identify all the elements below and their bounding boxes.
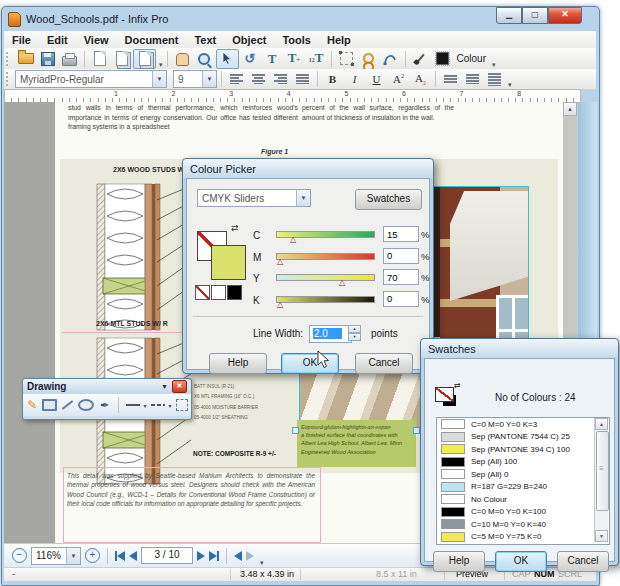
facing-pages-button[interactable]	[111, 50, 132, 68]
colour-swatch-button[interactable]	[432, 50, 453, 68]
swatch-row[interactable]: C=10 M=0 Y=0 K=40	[437, 518, 609, 531]
ellipse-tool-button[interactable]	[78, 396, 94, 414]
font-size-select[interactable]: 9 ▼	[173, 70, 217, 88]
open-button[interactable]	[15, 50, 36, 68]
line-width-input[interactable]: 2.0	[309, 325, 352, 343]
toolbar-overflow[interactable]: ▾	[508, 81, 512, 89]
chevron-down-icon[interactable]: ▼	[161, 383, 168, 390]
rectangle-tool-button[interactable]	[42, 396, 57, 414]
y-value-input[interactable]	[383, 269, 419, 285]
selection-handle-right[interactable]	[413, 427, 420, 434]
subscript-button[interactable]: A2	[410, 70, 431, 88]
swatch-row[interactable]: R=187 G=229 B=240	[437, 481, 609, 494]
green-caption[interactable]: Exposed glulam highlights an expana fini…	[297, 420, 416, 467]
swatch-row[interactable]: Sep (All) 0	[437, 468, 609, 481]
line-spacing-3-button[interactable]	[484, 70, 505, 88]
font-name-select[interactable]: MyriadPro-Regular ▼	[15, 70, 167, 88]
swatches-cancel-button[interactable]: Cancel	[557, 551, 609, 572]
continuous-pages-button[interactable]	[133, 49, 156, 69]
transform-button[interactable]	[336, 50, 357, 68]
chevron-down-icon[interactable]: ▼	[202, 71, 216, 87]
m-slider[interactable]: △	[276, 253, 375, 260]
line-spacing-2-button[interactable]	[462, 70, 483, 88]
select-tool-button[interactable]	[216, 49, 239, 69]
title-bar[interactable]: Wood_Schools.pdf - Infix Pro ▁ ▢ ✕	[4, 8, 596, 30]
zoom-tool-button[interactable]	[194, 50, 215, 68]
swatch-list-scrollbar[interactable]: ▲ ▼	[594, 418, 608, 542]
zoom-out-button[interactable]: −	[12, 548, 27, 563]
print-button[interactable]	[59, 50, 80, 68]
chevron-down-icon[interactable]: ▼	[296, 190, 310, 206]
dash-style-button[interactable]	[151, 396, 165, 414]
swatch-row[interactable]: Sep (PANTONE 394 C) 100	[437, 443, 609, 456]
swatch-row[interactable]: C=0 M=0 Y=0 K=100	[437, 506, 609, 519]
menu-help[interactable]: Help	[319, 33, 359, 47]
drawing-toolbar-title-bar[interactable]: Drawing ▼ ✕	[23, 379, 191, 394]
text-tool-button[interactable]: T	[262, 50, 283, 68]
slider-thumb[interactable]: △	[290, 236, 296, 244]
line-spacing-1-button[interactable]	[440, 70, 461, 88]
page-mode-dropdown[interactable]: ▾	[159, 61, 163, 69]
ruler[interactable]: 12345678	[4, 89, 581, 103]
swatches-open-button[interactable]: Swatches	[355, 189, 422, 210]
slider-thumb[interactable]: △	[277, 301, 283, 309]
previous-page-button[interactable]	[129, 551, 137, 561]
hand-tool-button[interactable]	[172, 50, 193, 68]
drawing-toolbar[interactable]: Drawing ▼ ✕ ✎ ✒ ▾ ▾	[22, 378, 192, 420]
menu-object[interactable]: Object	[224, 33, 274, 47]
swatch-row[interactable]: Sep (PANTONE 7544 C) 25	[437, 431, 609, 444]
eyedropper-button[interactable]	[410, 50, 431, 68]
first-page-button[interactable]	[115, 551, 125, 561]
colour-picker-dialog[interactable]: Colour Picker CMYK Sliders ▼ Swatches ⇄ …	[182, 158, 434, 374]
rotate-tool-button[interactable]: ↺	[240, 50, 261, 68]
picker-cancel-button[interactable]: Cancel	[355, 353, 413, 374]
drawing-close-button[interactable]: ✕	[172, 380, 187, 393]
add-text-button[interactable]: T+	[284, 50, 305, 68]
colour-dropdown[interactable]: ▾	[492, 61, 496, 69]
zoom-level-select[interactable]: 116% ▼	[31, 547, 81, 565]
pencil-tool-button[interactable]: ✎	[26, 396, 38, 414]
toolbar-grip[interactable]	[6, 52, 12, 66]
swatch-list[interactable]: C=0 M=0 Y=0 K=3Sep (PANTONE 7544 C) 25Se…	[436, 417, 610, 545]
page-number-input[interactable]: 3 / 10	[141, 547, 193, 564]
menu-document[interactable]: Document	[117, 33, 187, 47]
menu-edit[interactable]: Edit	[39, 33, 76, 47]
italic-button[interactable]: I	[344, 70, 365, 88]
c-slider[interactable]: △	[276, 231, 375, 238]
k-value-input[interactable]	[383, 291, 419, 307]
scrollbar-thumb[interactable]	[596, 431, 609, 511]
chevron-down-icon[interactable]: ▾	[169, 402, 172, 409]
scroll-down-button[interactable]: ▼	[595, 530, 608, 542]
slider-thumb[interactable]: △	[339, 279, 345, 287]
slider-thumb[interactable]: △	[277, 258, 283, 266]
menu-tools[interactable]: Tools	[274, 33, 319, 47]
swatches-title-bar[interactable]: Swatches	[421, 339, 618, 358]
single-page-button[interactable]	[89, 50, 110, 68]
k-slider[interactable]: △	[276, 296, 375, 303]
view-back-button[interactable]	[234, 551, 242, 561]
chevron-down-icon[interactable]: ▼	[66, 548, 80, 564]
line-width-stepper[interactable]: ▲▼	[348, 325, 361, 341]
next-page-button[interactable]	[197, 551, 205, 561]
curve-button[interactable]	[380, 50, 401, 68]
swatches-help-button[interactable]: Help	[433, 551, 485, 572]
scroll-up-button[interactable]: ▲	[563, 102, 577, 116]
selection-handle-left[interactable]	[292, 427, 299, 434]
chevron-down-icon[interactable]: ▼	[152, 71, 166, 87]
menu-view[interactable]: View	[76, 33, 117, 47]
step-down-icon[interactable]: ▼	[348, 333, 361, 341]
save-button[interactable]	[37, 50, 58, 68]
toolbar-grip[interactable]	[6, 72, 12, 86]
maximize-button[interactable]: ▢	[522, 7, 548, 24]
minimize-button[interactable]: ▁	[496, 7, 522, 24]
menu-file[interactable]: File	[4, 33, 39, 47]
m-value-input[interactable]	[383, 248, 419, 264]
close-button[interactable]: ✕	[548, 7, 582, 24]
chevron-down-icon[interactable]: ▾	[144, 402, 147, 409]
line-tool-button[interactable]	[61, 396, 74, 414]
last-page-button[interactable]	[209, 551, 219, 561]
y-slider[interactable]: △	[276, 274, 375, 281]
pen-tool-button[interactable]: ✒	[98, 396, 110, 414]
colour-picker-title-bar[interactable]: Colour Picker	[183, 159, 433, 178]
colour-mode-select[interactable]: CMYK Sliders ▼	[197, 189, 311, 207]
